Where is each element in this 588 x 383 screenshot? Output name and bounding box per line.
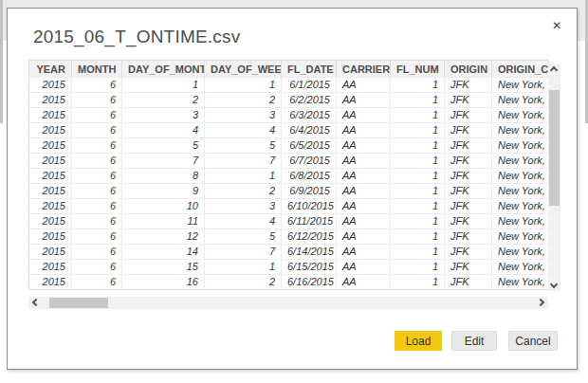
table-cell: AA bbox=[337, 275, 391, 290]
csv-preview-dialog: ✕ 2015_06_T_ONTIME.csv YEARMONTHDAY_OF_M… bbox=[7, 8, 578, 370]
table-cell: 2015 bbox=[29, 108, 72, 123]
table-cell: 1 bbox=[391, 275, 445, 290]
table-cell: AA bbox=[337, 78, 391, 93]
table-cell: JFK bbox=[445, 275, 492, 290]
table-cell: 2015 bbox=[29, 245, 72, 260]
table-cell: New York, bbox=[492, 154, 549, 169]
table-cell: JFK bbox=[445, 154, 492, 169]
table-cell: 6 bbox=[72, 138, 122, 154]
table-row: 20156816/8/2015AA1JFKNew York, bbox=[29, 169, 549, 184]
table-cell: 1 bbox=[391, 229, 445, 245]
table-cell: 1 bbox=[391, 123, 445, 138]
table-cell: New York, bbox=[492, 260, 549, 275]
table-cell: 12 bbox=[122, 229, 205, 245]
table-cell: 2015 bbox=[29, 199, 72, 214]
table-row: 20156226/2/2015AA1JFKNew York, bbox=[29, 93, 549, 108]
table-cell: 6/7/2015 bbox=[282, 154, 337, 169]
table-cell: 1 bbox=[205, 78, 282, 93]
table-cell: 6/15/2015 bbox=[282, 260, 337, 275]
table-cell: 2015 bbox=[29, 229, 72, 245]
horizontal-scrollbar[interactable] bbox=[28, 297, 548, 309]
table-cell: 1 bbox=[391, 78, 445, 93]
table-cell: AA bbox=[337, 138, 391, 154]
scroll-up-icon[interactable] bbox=[550, 66, 558, 74]
table-cell: 6/16/2015 bbox=[282, 275, 337, 290]
table-row: 20156926/9/2015AA1JFKNew York, bbox=[29, 184, 549, 199]
table-cell: AA bbox=[337, 169, 391, 184]
table-cell: JFK bbox=[445, 245, 492, 260]
table-cell: AA bbox=[337, 214, 391, 229]
table-cell: 2015 bbox=[29, 123, 72, 138]
edit-button[interactable]: Edit bbox=[451, 331, 497, 351]
table-cell: 1 bbox=[122, 78, 205, 93]
table-cell: JFK bbox=[445, 78, 492, 93]
table-cell: AA bbox=[337, 260, 391, 275]
vertical-scrollbar[interactable] bbox=[548, 64, 560, 291]
table-cell: AA bbox=[337, 229, 391, 245]
table-cell: 6 bbox=[72, 199, 122, 214]
table-cell: 2015 bbox=[29, 169, 72, 184]
table-cell: 1 bbox=[391, 214, 445, 229]
table-row: 20156446/4/2015AA1JFKNew York, bbox=[29, 123, 549, 138]
table-cell: 2015 bbox=[29, 260, 72, 275]
table-cell: 7 bbox=[205, 154, 282, 169]
table-cell: 7 bbox=[205, 245, 282, 260]
table-cell: 6/10/2015 bbox=[282, 199, 337, 214]
load-button[interactable]: Load bbox=[395, 331, 442, 351]
table-cell: JFK bbox=[445, 108, 492, 123]
table-cell: 6/1/2015 bbox=[282, 78, 337, 93]
table-cell: 6 bbox=[72, 184, 122, 199]
table-cell: JFK bbox=[445, 93, 492, 108]
table-cell: New York, bbox=[492, 275, 549, 290]
scroll-down-icon[interactable] bbox=[550, 281, 558, 288]
table-cell: 2015 bbox=[29, 138, 72, 154]
column-header: FL_DATE bbox=[282, 61, 337, 78]
table-cell: 4 bbox=[205, 123, 282, 138]
table-cell: JFK bbox=[445, 138, 492, 154]
table-cell: 6/11/2015 bbox=[282, 214, 337, 229]
table-cell: New York, bbox=[492, 245, 549, 260]
column-header: CARRIER bbox=[337, 61, 391, 78]
scroll-left-icon[interactable] bbox=[32, 299, 40, 306]
table-cell: 6 bbox=[72, 93, 122, 108]
table-cell: AA bbox=[337, 123, 391, 138]
table-cell: 2 bbox=[205, 275, 282, 290]
column-header: YEAR bbox=[29, 61, 72, 78]
header-row: YEARMONTHDAY_OF_MONTHDAY_OF_WEEKFL_DATEC… bbox=[29, 61, 549, 78]
table-cell: JFK bbox=[445, 214, 492, 229]
table-cell: 2015 bbox=[29, 93, 72, 108]
table-row: 20156116/1/2015AA1JFKNew York, bbox=[29, 78, 549, 93]
table-cell: 2015 bbox=[29, 214, 72, 229]
table-cell: 2 bbox=[205, 93, 282, 108]
table-cell: 15 bbox=[122, 260, 205, 275]
table-row: 201561146/11/2015AA1JFKNew York, bbox=[29, 214, 549, 229]
table-cell: 6/9/2015 bbox=[282, 184, 337, 199]
table-cell: 6 bbox=[72, 123, 122, 138]
column-header: ORIGIN bbox=[445, 61, 492, 78]
table-cell: 9 bbox=[122, 184, 205, 199]
table-cell: 1 bbox=[205, 169, 282, 184]
table-cell: AA bbox=[337, 245, 391, 260]
cancel-button[interactable]: Cancel bbox=[508, 331, 558, 351]
table-row: 201561256/12/2015AA1JFKNew York, bbox=[29, 229, 549, 245]
table-cell: 6/12/2015 bbox=[282, 229, 337, 245]
table-row: 201561626/16/2015AA1JFKNew York, bbox=[29, 275, 549, 290]
table-cell: 6 bbox=[72, 214, 122, 229]
table-cell: 4 bbox=[122, 123, 205, 138]
close-icon[interactable]: ✕ bbox=[549, 18, 564, 33]
table-cell: New York, bbox=[492, 108, 549, 123]
table-row: 201561476/14/2015AA1JFKNew York, bbox=[29, 245, 549, 260]
table-cell: AA bbox=[337, 93, 391, 108]
column-header: ORIGIN_CI bbox=[492, 61, 549, 78]
scroll-right-icon[interactable] bbox=[537, 299, 544, 306]
vertical-scrollbar-thumb[interactable] bbox=[549, 90, 560, 206]
table-cell: 3 bbox=[205, 108, 282, 123]
table-cell: JFK bbox=[445, 169, 492, 184]
table-cell: JFK bbox=[445, 123, 492, 138]
table-cell: 1 bbox=[391, 260, 445, 275]
dialog-title: 2015_06_T_ONTIME.csv bbox=[33, 27, 240, 47]
app-window-left-edge bbox=[0, 0, 3, 123]
table-cell: 8 bbox=[122, 169, 205, 184]
table-cell: New York, bbox=[492, 169, 549, 184]
horizontal-scrollbar-thumb[interactable] bbox=[49, 298, 108, 308]
